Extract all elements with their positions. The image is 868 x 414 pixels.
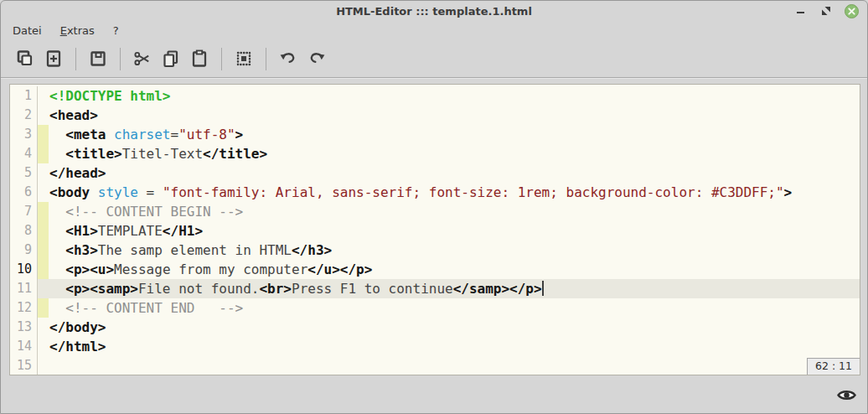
- line-number: 11: [10, 279, 38, 298]
- undo-button[interactable]: [277, 48, 299, 70]
- editor-line-15[interactable]: 15: [10, 356, 860, 375]
- line-marker: [38, 106, 49, 125]
- editor-line-4[interactable]: 4 <title>Titel-Text</title>: [10, 144, 860, 163]
- save-icon: [88, 49, 108, 69]
- menu-item-datei[interactable]: Datei: [13, 24, 42, 37]
- toolbar-separator: [120, 48, 121, 70]
- duplicate-document-button[interactable]: [14, 48, 36, 70]
- modified-line-marker: [38, 221, 49, 241]
- close-button[interactable]: [845, 4, 859, 18]
- modified-line-marker: [38, 279, 49, 298]
- window-title: HTML-Editor ::: template.1.html: [336, 5, 532, 18]
- line-marker: [38, 86, 49, 106]
- line-code: <meta charset="utf-8">: [49, 125, 243, 144]
- app-window: HTML-Editor ::: template.1.html DateiExt…: [0, 0, 868, 414]
- modified-line-marker: [38, 202, 49, 221]
- line-code: <p><samp>File not found.<br>Press F1 to …: [49, 279, 860, 298]
- preview-eye-button[interactable]: [837, 388, 856, 406]
- menu-item-help[interactable]: ?: [113, 24, 119, 37]
- editor-line-7[interactable]: 7 <!-- CONTENT BEGIN -->: [10, 202, 860, 221]
- line-code: <title>Titel-Text</title>: [49, 144, 267, 163]
- line-number: 7: [10, 202, 38, 221]
- duplicate-document-icon: [15, 49, 35, 69]
- content-area: 1<!DOCTYPE html>2<head>3 <meta charset="…: [1, 77, 867, 413]
- modified-line-marker: [38, 125, 49, 144]
- modified-line-marker: [38, 144, 49, 163]
- modified-line-marker: [38, 260, 49, 279]
- toolbar-separator: [266, 48, 266, 70]
- editor-line-3[interactable]: 3 <meta charset="utf-8">: [10, 125, 860, 144]
- line-marker: [38, 318, 49, 337]
- restore-icon: [821, 6, 831, 16]
- editor-line-11[interactable]: 11 <p><samp>File not found.<br>Press F1 …: [10, 279, 860, 298]
- toolbar: [1, 40, 867, 77]
- editor-line-9[interactable]: 9 <h3>The samp element in HTML</h3>: [10, 241, 860, 260]
- editor-line-2[interactable]: 2<head>: [10, 106, 860, 125]
- line-number: 9: [10, 241, 38, 260]
- line-number: 4: [10, 144, 38, 163]
- code-lines: 1<!DOCTYPE html>2<head>3 <meta charset="…: [10, 85, 860, 375]
- editor-line-6[interactable]: 6<body style = "font-family: Arial, sans…: [10, 183, 860, 202]
- minimize-icon: [797, 12, 804, 13]
- editor-line-8[interactable]: 8 <H1>TEMPLATE</H1>: [10, 221, 860, 241]
- line-code: <head>: [49, 106, 98, 125]
- select-all-button[interactable]: [233, 48, 255, 70]
- line-number: 10: [10, 260, 38, 279]
- close-icon: [848, 8, 855, 15]
- line-code: <!DOCTYPE html>: [49, 86, 171, 106]
- menu-item-extras[interactable]: Extras: [60, 24, 95, 37]
- toolbar-separator: [221, 48, 222, 70]
- cut-icon: [132, 49, 152, 69]
- modified-line-marker: [38, 298, 49, 318]
- redo-button[interactable]: [306, 48, 328, 70]
- line-code: <!-- CONTENT END -->: [49, 298, 243, 318]
- line-marker: [38, 356, 49, 375]
- line-code: <p><u>Message from my computer</u></p>: [49, 260, 372, 279]
- window-controls: [793, 1, 859, 21]
- line-number: 6: [10, 183, 38, 202]
- new-document-button[interactable]: [43, 48, 65, 70]
- line-number: 13: [10, 318, 38, 337]
- line-number: 5: [10, 163, 38, 183]
- line-number: 15: [10, 356, 38, 375]
- line-number: 12: [10, 298, 38, 318]
- undo-icon: [278, 49, 298, 69]
- save-button[interactable]: [87, 48, 109, 70]
- editor-line-12[interactable]: 12 <!-- CONTENT END -->: [10, 298, 860, 318]
- editor-line-1[interactable]: 1<!DOCTYPE html>: [10, 86, 860, 106]
- new-document-icon: [44, 49, 64, 69]
- editor-line-10[interactable]: 10 <p><u>Message from my computer</u></p…: [10, 260, 860, 279]
- title-bar[interactable]: HTML-Editor ::: template.1.html: [1, 1, 867, 21]
- line-number: 1: [10, 86, 38, 106]
- cut-button[interactable]: [132, 48, 153, 70]
- line-code: <h3>The samp element in HTML</h3>: [49, 241, 332, 260]
- paste-button[interactable]: [189, 48, 210, 70]
- menu-bar: DateiExtras?: [1, 21, 867, 40]
- line-code: <H1>TEMPLATE</H1>: [49, 221, 203, 241]
- line-code: </body>: [49, 318, 106, 337]
- select-all-icon: [234, 49, 254, 69]
- line-marker: [38, 163, 49, 183]
- redo-icon: [307, 49, 327, 69]
- paste-icon: [189, 49, 209, 69]
- cursor-position: 62 : 11: [807, 358, 860, 375]
- line-code: </html>: [49, 337, 106, 356]
- code-editor[interactable]: 1<!DOCTYPE html>2<head>3 <meta charset="…: [9, 84, 860, 375]
- editor-line-14[interactable]: 14</html>: [10, 337, 860, 356]
- line-code: [49, 356, 49, 375]
- minimize-button[interactable]: [793, 3, 808, 18]
- line-marker: [38, 183, 49, 202]
- line-number: 2: [10, 106, 38, 125]
- line-code: <body style = "font-family: Arial, sans-…: [49, 183, 792, 202]
- line-marker: [38, 337, 49, 356]
- text-cursor: [542, 281, 544, 296]
- editor-line-5[interactable]: 5</head>: [10, 163, 860, 183]
- restore-button[interactable]: [819, 3, 834, 18]
- line-code: <!-- CONTENT BEGIN -->: [49, 202, 243, 221]
- bottom-bar: [1, 380, 867, 413]
- line-number: 14: [10, 337, 38, 356]
- toolbar-separator: [75, 48, 76, 70]
- copy-button[interactable]: [160, 48, 182, 70]
- modified-line-marker: [38, 241, 49, 260]
- editor-line-13[interactable]: 13</body>: [10, 318, 860, 337]
